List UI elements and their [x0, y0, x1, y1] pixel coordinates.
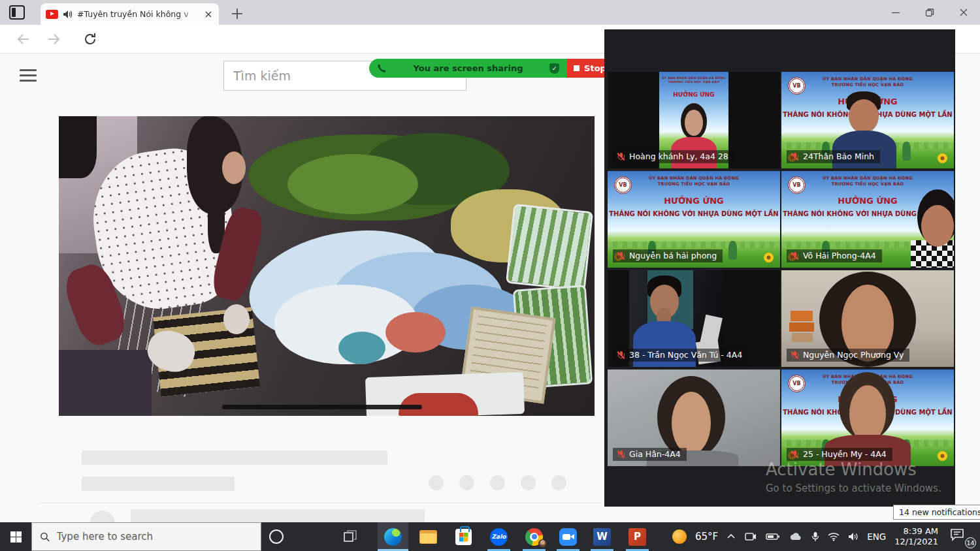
tray-expand-icon[interactable]: [727, 533, 736, 540]
notifications-tooltip: 14 new notifications: [893, 505, 980, 520]
school-logo: VB: [788, 375, 806, 392]
taskbar-chrome[interactable]: [519, 522, 549, 551]
participant-name-chip: 24Thân Bảo Minh: [787, 150, 880, 163]
action-skeleton: [490, 475, 505, 490]
taskbar-file-explorer[interactable]: [413, 522, 444, 551]
action-skeleton: [429, 475, 444, 490]
microsoft-store-icon: [455, 529, 472, 545]
participant-name-chip: Nguyễn Ngọc Phương Vy: [787, 349, 909, 362]
shield-check-icon: [549, 63, 559, 74]
mic-muted-icon: [791, 251, 799, 260]
action-center-glyph: [949, 526, 966, 543]
refresh-icon[interactable]: [82, 31, 98, 47]
screen-share-banner: You are screen sharing: [369, 59, 567, 78]
task-view-icon[interactable]: [342, 529, 358, 544]
taskbar-search-input[interactable]: [57, 531, 253, 543]
divider: [39, 503, 601, 503]
zalo-icon: Zalo: [490, 528, 508, 546]
participant-name-chip: 38 - Trần Ngọc Văn Tú - 4A4: [613, 349, 748, 362]
start-button[interactable]: [0, 522, 31, 551]
weather-icon[interactable]: [672, 529, 687, 544]
action-skeleton: [459, 475, 474, 490]
taskbar-zalo[interactable]: Zalo: [483, 522, 514, 551]
edge-icon: [384, 528, 402, 546]
menu-icon[interactable]: [20, 69, 37, 82]
video-progress-bar[interactable]: [222, 405, 422, 409]
language-indicator[interactable]: ENG: [867, 531, 886, 542]
browser-tab[interactable]: #Tuyên truyền Nói không v: [41, 3, 219, 25]
taskbar-search[interactable]: [31, 522, 261, 551]
mic-muted-icon: [617, 152, 625, 161]
video-player[interactable]: [59, 116, 595, 416]
system-tray: 65°F ENG 8:39 AM 12/1/2021: [672, 522, 980, 551]
restore-button[interactable]: [925, 8, 934, 17]
taskbar: Zalo W P 65°F ENG 8:39 AM 12/1/2021 14: [0, 522, 980, 551]
mic-muted-icon: [617, 450, 625, 459]
stop-icon: [574, 65, 580, 71]
channel-skeleton: [131, 509, 425, 522]
participant-tile: 38 - Trần Ngọc Văn Tú - 4A4: [608, 270, 780, 367]
close-button[interactable]: [959, 8, 968, 17]
wifi-icon[interactable]: [828, 532, 840, 541]
taskbar-powerpoint[interactable]: P: [622, 522, 653, 551]
mic-muted-icon: [791, 351, 799, 360]
notification-badge: 14: [965, 537, 976, 548]
mic-muted-icon: [617, 351, 625, 360]
minimize-button[interactable]: [891, 8, 900, 17]
school-logo: VB: [788, 77, 806, 95]
activate-windows-watermark: Activate Windows Go to Settings to activ…: [766, 460, 941, 494]
browser-tab-strip: #Tuyên truyền Nói không v: [0, 0, 980, 25]
action-skeleton: [551, 475, 566, 490]
time: 8:39 AM: [894, 526, 938, 537]
zoom-app-icon: [559, 528, 577, 546]
microphone-icon[interactable]: [811, 531, 819, 542]
onedrive-icon[interactable]: [789, 532, 803, 541]
stop-label: Stop: [584, 63, 606, 73]
new-tab-button[interactable]: [230, 7, 244, 21]
participant-tile: ỦY BAN NHÂN DÂN QUẬN HÀ ĐÔNG TRƯỜNG TIỂU…: [781, 370, 954, 466]
school-logo: VB: [614, 176, 632, 194]
participant-name-chip: Võ Hải Phong-4A4: [787, 249, 882, 262]
clock[interactable]: 8:39 AM 12/1/2021: [894, 526, 938, 547]
participant-tile: ỦY BAN NHÂN DÂN QUẬN HÀ ĐÔNG TRƯỜNG TIỂU…: [608, 72, 780, 168]
participant-tile: Gia Hân-4A4: [608, 370, 780, 466]
taskbar-edge[interactable]: [378, 522, 408, 551]
mic-muted-icon: [617, 251, 625, 260]
tab-audio-icon[interactable]: [63, 10, 73, 19]
taskbar-store[interactable]: [448, 522, 479, 551]
title-skeleton: [82, 450, 387, 465]
participant-name-chip: Hoàng khánh Ly, 4a4 28: [613, 150, 734, 163]
window-controls: [891, 0, 973, 25]
meet-now-icon[interactable]: [744, 531, 757, 542]
participant-name-chip: Nguyễn bá hải phong: [613, 249, 723, 262]
word-icon: W: [593, 528, 611, 546]
participant-tile: Nguyễn Ngọc Phương Vy: [781, 270, 954, 367]
mic-muted-icon: [791, 450, 799, 459]
windows-logo-icon: [10, 531, 22, 543]
powerpoint-icon: P: [629, 528, 646, 546]
forward-icon[interactable]: [46, 31, 61, 47]
taskbar-word[interactable]: W: [587, 522, 617, 551]
tab-close-icon[interactable]: [203, 9, 214, 20]
back-icon[interactable]: [16, 31, 31, 47]
action-skeleton: [521, 475, 536, 490]
search-icon: [40, 531, 50, 543]
banner-message: You are screen sharing: [387, 63, 549, 73]
youtube-favicon: [46, 10, 58, 19]
tab-list-icon[interactable]: [9, 5, 25, 20]
file-explorer-icon: [419, 530, 437, 544]
participant-tile: ỦY BAN NHÂN DÂN QUẬN HÀ ĐÔNG TRƯỜNG TIỂU…: [781, 72, 954, 168]
volume-icon[interactable]: [848, 532, 858, 541]
profile-avatar: [538, 539, 547, 548]
notification-center-icon[interactable]: 14: [949, 526, 975, 547]
participant-tile: ỦY BAN NHÂN DÂN QUẬN HÀ ĐÔNG TRƯỜNG TIỂU…: [608, 171, 780, 268]
taskbar-zoom[interactable]: [553, 522, 583, 551]
school-logo: VB: [788, 176, 806, 194]
tab-title: #Tuyên truyền Nói không v: [77, 9, 199, 19]
date: 12/1/2021: [894, 537, 938, 547]
phone-icon: [377, 63, 387, 73]
battery-icon[interactable]: [766, 533, 780, 541]
participant-name-chip: Gia Hân-4A4: [613, 448, 687, 461]
cortana-icon[interactable]: [269, 529, 284, 544]
temperature[interactable]: 65°F: [695, 531, 718, 543]
